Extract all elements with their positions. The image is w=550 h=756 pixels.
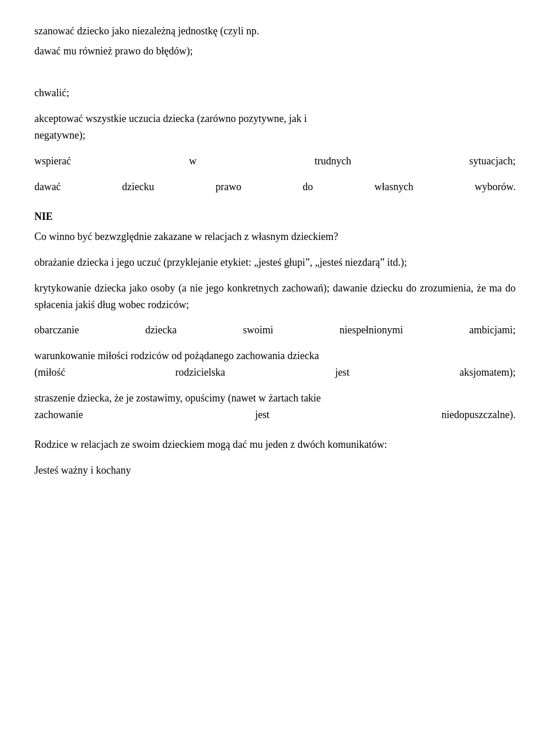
rodzicielska-word: rodzicielska [175, 364, 225, 381]
wlasnych-word: własnych [374, 179, 413, 195]
trudnych-word: trudnych [315, 153, 351, 170]
zachowanie-word: zachowanie [34, 407, 83, 423]
dawac-row: dawać dziecku prawo do własnych wyborów. [34, 179, 516, 195]
do-word: do [302, 179, 313, 195]
last-paragraph: Rodzice w relacjach ze swoim dzieckiem m… [34, 436, 516, 453]
paragraph-obrazanie: obrażanie dziecka i jego uczuć (przyklej… [34, 254, 516, 271]
niedopuszczalne-word: niedopuszczalne). [442, 407, 516, 423]
dziecku-word: dziecku [122, 179, 154, 195]
nie-subheading: Co winno być bezwzględnie zakazane w rel… [34, 229, 516, 245]
main-content: szanować dziecko jako niezależną jednost… [34, 23, 516, 479]
paragraph-line1: szanować dziecko jako niezależną jednost… [34, 23, 516, 40]
sytuacjach-word: sytuacjach; [469, 153, 516, 170]
paragraph-negatywne: negatywne); [34, 127, 516, 144]
prawo-word: prawo [215, 179, 241, 195]
milosc-word: (miłość [34, 364, 65, 381]
nie-heading: NIE [34, 208, 516, 225]
paragraph-akceptowac: akceptować wszystkie uczucia dziecka (za… [34, 111, 516, 127]
paragraph-warunkowanie: warunkowanie miłości rodziców od pożądan… [34, 348, 516, 364]
jest-word: jest [335, 364, 349, 381]
obarczanie-word: obarczanie [34, 322, 79, 338]
dawac-word: dawać [34, 179, 61, 195]
ambicjami-word: ambicjami; [469, 322, 516, 338]
niespelnionymi-word: niespełnionymi [339, 322, 403, 338]
aksjomatem-word: aksjomatem); [459, 364, 516, 381]
zachowanie-row: zachowanie jest niedopuszczalne). [34, 407, 516, 423]
milosc-row: (miłość rodzicielska jest aksjomatem); [34, 364, 516, 381]
paragraph-krytykowanie: krytykowanie dziecka jako osoby (a nie j… [34, 280, 516, 313]
swoimi-word: swoimi [243, 322, 273, 338]
paragraph-straszenie: straszenie dziecka, że je zostawimy, opu… [34, 390, 516, 407]
jest-word2: jest [255, 407, 269, 423]
w-word: w [189, 153, 197, 170]
wspierac-row: wspierać w trudnych sytuacjach; [34, 153, 516, 170]
wyborow-word: wyborów. [475, 179, 516, 195]
paragraph-chwalic: chwalić; [34, 85, 516, 101]
obarczanie-row: obarczanie dziecka swoimi niespełnionymi… [34, 322, 516, 338]
paragraph-line2: dawać mu również prawo do błędów); [34, 43, 516, 60]
wspierac-word: wspierać [34, 153, 71, 170]
dziecka-word: dziecka [145, 322, 176, 338]
final-line: Jesteś ważny i kochany [34, 462, 516, 479]
